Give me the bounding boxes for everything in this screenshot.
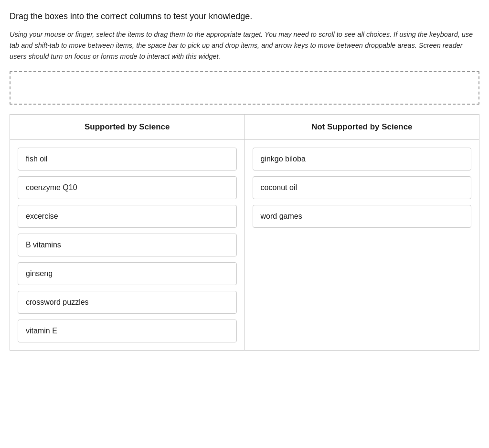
sub-instruction: Using your mouse or finger, select the i… [10, 29, 479, 63]
column-header-supported: Supported by Science [10, 115, 244, 140]
main-instruction: Drag the boxes into the correct columns … [10, 11, 479, 21]
drag-item[interactable]: excercise [18, 205, 237, 228]
column-body-supported[interactable]: fish oilcoenzyme Q10excerciseB vitaminsg… [10, 140, 244, 350]
columns-container: Supported by Sciencefish oilcoenzyme Q10… [10, 114, 479, 351]
column-body-not-supported[interactable]: ginkgo bilobacoconut oilword games [245, 140, 479, 331]
column-header-not-supported: Not Supported by Science [245, 115, 479, 140]
column-supported[interactable]: Supported by Sciencefish oilcoenzyme Q10… [10, 115, 245, 350]
drag-item[interactable]: word games [253, 205, 472, 228]
drag-item[interactable]: ginkgo biloba [253, 148, 472, 171]
drag-item[interactable]: coconut oil [253, 176, 472, 199]
drag-item[interactable]: vitamin E [18, 320, 237, 342]
drag-item[interactable]: coenzyme Q10 [18, 176, 237, 199]
drag-item[interactable]: ginseng [18, 262, 237, 285]
drag-item[interactable]: B vitamins [18, 234, 237, 256]
drag-item[interactable]: crossword puzzles [18, 291, 237, 314]
drag-item[interactable]: fish oil [18, 148, 237, 171]
top-drop-zone[interactable] [10, 71, 479, 105]
column-not-supported[interactable]: Not Supported by Scienceginkgo bilobacoc… [245, 115, 479, 350]
